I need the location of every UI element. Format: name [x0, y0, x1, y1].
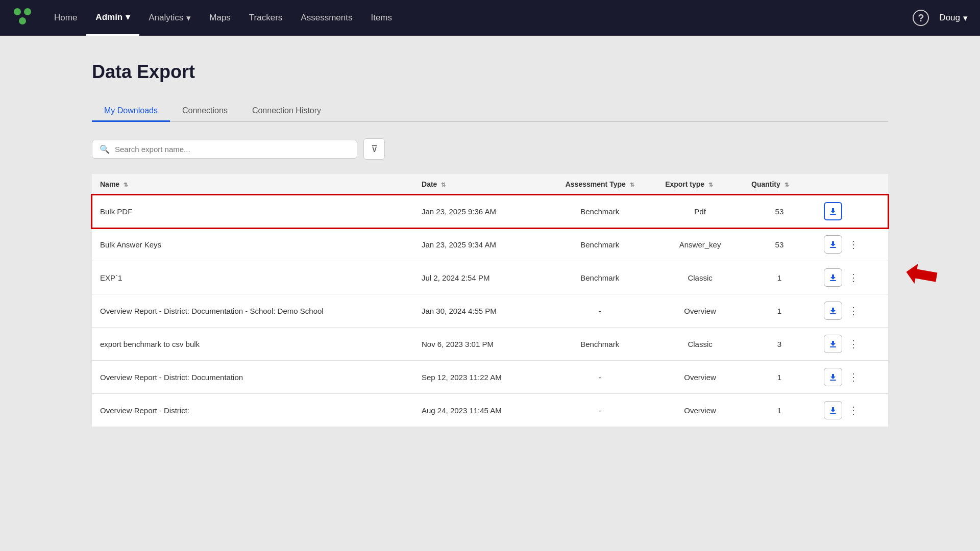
cell-assessment-type: Benchmark — [543, 328, 657, 361]
cell-assessment-type: - — [543, 394, 657, 427]
cell-name: Overview Report - District: Documentatio… — [92, 294, 413, 328]
download-button[interactable] — [824, 202, 842, 220]
svg-rect-5 — [830, 280, 836, 281]
cell-name: export benchmark to csv bulk — [92, 328, 413, 361]
cell-assessment-type: - — [543, 294, 657, 328]
cell-assessment-type: - — [543, 361, 657, 394]
cell-date: Jan 23, 2025 9:36 AM — [413, 195, 543, 228]
nav-items[interactable]: Items — [361, 0, 401, 36]
cell-quantity: 3 — [743, 328, 816, 361]
cell-date: Jan 30, 2024 4:55 PM — [413, 294, 543, 328]
download-button[interactable] — [824, 235, 842, 254]
cell-actions: ⋮ — [816, 294, 888, 328]
more-options-button[interactable]: ⋮ — [845, 236, 862, 253]
cell-quantity: 1 — [743, 294, 816, 328]
col-date: Date ⇅ — [413, 174, 543, 195]
col-assessment-type: Assessment Type ⇅ — [543, 174, 657, 195]
help-button[interactable]: ? — [913, 10, 929, 26]
sort-icon: ⇅ — [785, 182, 789, 188]
sort-icon: ⇅ — [124, 182, 128, 188]
cell-export-type: Overview — [657, 361, 743, 394]
download-button[interactable] — [824, 268, 842, 287]
tab-my-downloads[interactable]: My Downloads — [92, 101, 170, 122]
cell-export-type: Classic — [657, 261, 743, 294]
cell-date: Sep 12, 2023 11:22 AM — [413, 361, 543, 394]
cell-quantity: 1 — [743, 261, 816, 294]
tabs: My Downloads Connections Connection Hist… — [92, 101, 888, 122]
col-quantity: Quantity ⇅ — [743, 174, 816, 195]
download-button[interactable] — [824, 368, 842, 386]
nav-trackers[interactable]: Trackers — [240, 0, 292, 36]
more-options-button[interactable]: ⋮ — [845, 269, 862, 286]
cell-quantity: 1 — [743, 361, 816, 394]
download-button[interactable] — [824, 302, 842, 320]
nav-home[interactable]: Home — [45, 0, 86, 36]
cell-date: Aug 24, 2023 11:45 AM — [413, 394, 543, 427]
filter-button[interactable]: ⊽ — [363, 138, 385, 160]
table-row: EXP`1Jul 2, 2024 2:54 PMBenchmarkClassic… — [92, 261, 888, 294]
cell-quantity: 53 — [743, 228, 816, 261]
nav-analytics[interactable]: Analytics ▾ — [139, 0, 200, 36]
svg-rect-8 — [830, 380, 836, 381]
nav-maps[interactable]: Maps — [200, 0, 240, 36]
cell-assessment-type: Benchmark — [543, 228, 657, 261]
search-input[interactable] — [115, 145, 350, 154]
user-menu[interactable]: Doug ▾ — [939, 13, 968, 23]
table-row: Bulk Answer KeysJan 23, 2025 9:34 AMBenc… — [92, 228, 888, 261]
search-row: 🔍 ⊽ — [92, 138, 888, 160]
chevron-down-icon: ▾ — [963, 13, 968, 23]
nav-admin[interactable]: Admin ▾ — [86, 0, 139, 36]
navigation: Home Admin ▾ Analytics ▾ Maps Trackers A… — [0, 0, 980, 36]
svg-point-0 — [14, 8, 21, 15]
nav-right: ? Doug ▾ — [913, 10, 968, 26]
download-button[interactable] — [824, 401, 842, 419]
cell-export-type: Overview — [657, 294, 743, 328]
data-table: Name ⇅ Date ⇅ Assessment Type ⇅ Export t… — [92, 174, 888, 427]
cell-assessment-type: Benchmark — [543, 261, 657, 294]
svg-point-1 — [24, 8, 31, 15]
cell-assessment-type: Benchmark — [543, 195, 657, 228]
cell-export-type: Answer_key — [657, 228, 743, 261]
cell-date: Nov 6, 2023 3:01 PM — [413, 328, 543, 361]
cell-name: Bulk Answer Keys — [92, 228, 413, 261]
cell-export-type: Classic — [657, 328, 743, 361]
svg-point-2 — [19, 17, 26, 24]
download-button[interactable] — [824, 335, 842, 353]
filter-icon: ⊽ — [371, 143, 378, 155]
cell-date: Jan 23, 2025 9:34 AM — [413, 228, 543, 261]
cell-date: Jul 2, 2024 2:54 PM — [413, 261, 543, 294]
sort-icon: ⇅ — [708, 182, 713, 188]
cell-actions: ⋮ — [816, 394, 888, 427]
col-name: Name ⇅ — [92, 174, 413, 195]
cell-actions — [816, 195, 888, 228]
sort-icon: ⇅ — [441, 182, 446, 188]
table-header: Name ⇅ Date ⇅ Assessment Type ⇅ Export t… — [92, 174, 888, 195]
page-title: Data Export — [92, 61, 888, 83]
search-box: 🔍 — [92, 140, 357, 159]
cell-actions: ⋮ — [816, 261, 888, 294]
more-options-button[interactable]: ⋮ — [845, 369, 862, 385]
svg-rect-6 — [830, 313, 836, 314]
table-row: Overview Report - District:Aug 24, 2023 … — [92, 394, 888, 427]
svg-rect-7 — [830, 346, 836, 347]
cell-quantity: 1 — [743, 394, 816, 427]
sort-icon: ⇅ — [630, 182, 634, 188]
nav-items: Home Admin ▾ Analytics ▾ Maps Trackers A… — [45, 0, 913, 36]
more-options-button[interactable]: ⋮ — [845, 336, 862, 352]
more-options-button[interactable]: ⋮ — [845, 402, 862, 418]
logo — [12, 7, 33, 29]
svg-rect-3 — [830, 214, 836, 215]
cell-export-type: Overview — [657, 394, 743, 427]
nav-assessments[interactable]: Assessments — [291, 0, 361, 36]
cell-actions: ⋮ — [816, 328, 888, 361]
chevron-down-icon: ▾ — [186, 13, 191, 23]
table-row: Bulk PDFJan 23, 2025 9:36 AMBenchmarkPdf… — [92, 195, 888, 228]
cell-name: Overview Report - District: Documentatio… — [92, 361, 413, 394]
chevron-down-icon: ▾ — [126, 12, 130, 22]
table-row: Overview Report - District: Documentatio… — [92, 361, 888, 394]
tab-connection-history[interactable]: Connection History — [240, 101, 333, 122]
tab-connections[interactable]: Connections — [170, 101, 240, 122]
cell-actions: ⋮ — [816, 361, 888, 394]
cell-name: EXP`1 — [92, 261, 413, 294]
more-options-button[interactable]: ⋮ — [845, 303, 862, 319]
